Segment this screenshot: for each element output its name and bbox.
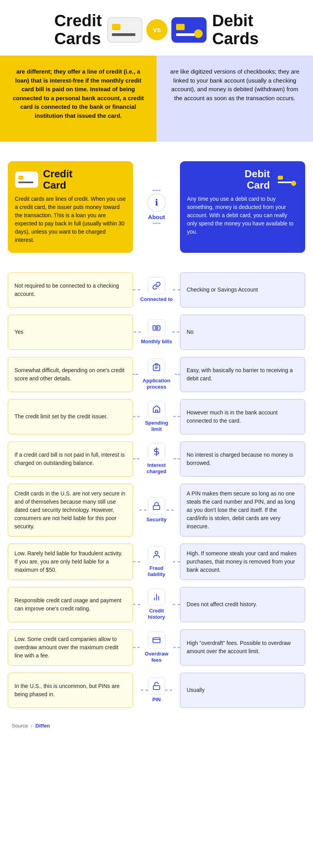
compare-left-8: Low. Some credit card companies allow to… bbox=[8, 629, 133, 666]
debit-cards-title: DebitCards bbox=[212, 12, 259, 48]
compare-center-row: Security bbox=[139, 497, 173, 523]
intro-debit-text: are like digitized versions of checkbook… bbox=[168, 67, 301, 103]
compare-left-text-5: Credit cards in the U.S. are not very se… bbox=[14, 490, 126, 531]
compare-left-text-1: Yes bbox=[14, 328, 23, 336]
compare-icon-8 bbox=[148, 632, 165, 649]
compare-right-text-2: Easy, with basically no barrier to recei… bbox=[187, 366, 299, 383]
compare-left-9: In the U.S., this is uncommon, but PINs … bbox=[8, 673, 133, 708]
dashed-right-4 bbox=[174, 458, 180, 459]
compare-icon-0 bbox=[148, 277, 165, 294]
intro-credit-text: are different; they offer a line of cred… bbox=[12, 67, 145, 120]
compare-center-4: Interest charged bbox=[133, 441, 180, 477]
dashed-left-2 bbox=[133, 374, 138, 375]
compare-center-row: PIN bbox=[141, 677, 172, 703]
compare-left-4: If a credit card bill is not paid in ful… bbox=[8, 441, 133, 477]
compare-left-text-4: If a credit card bill is not paid in ful… bbox=[14, 451, 126, 467]
compare-left-2: Somewhat difficult, depending on one's c… bbox=[8, 357, 133, 392]
compare-left-3: The credit limit set by the credit issue… bbox=[8, 399, 133, 434]
svg-point-1 bbox=[155, 327, 158, 330]
svg-rect-13 bbox=[153, 638, 160, 643]
compare-icon-2 bbox=[148, 358, 165, 376]
compare-right-8: High "overdraft" fees. Possible to overd… bbox=[180, 629, 305, 666]
compare-right-text-0: Checking or Savings Account bbox=[187, 286, 258, 294]
about-debit-text: Any time you use a debit card to buy som… bbox=[187, 195, 298, 236]
dashed-left-3 bbox=[133, 416, 140, 417]
compare-icon-3 bbox=[148, 401, 165, 418]
compare-left-text-9: In the U.S., this is uncommon, but PINs … bbox=[14, 682, 126, 699]
compare-row: Not required to be connected to a checki… bbox=[8, 272, 305, 308]
dashed-left-4 bbox=[133, 458, 139, 459]
small-debit-circle-icon bbox=[291, 181, 296, 186]
compare-center-3: Spending limit bbox=[133, 399, 180, 434]
compare-row: Low. Some credit card companies allow to… bbox=[8, 629, 305, 666]
debit-card-circle-icon bbox=[194, 29, 203, 38]
dashed-left-7 bbox=[133, 604, 140, 605]
dashed-left-0 bbox=[133, 289, 140, 290]
compare-right-text-6: High. If someone steals your card and ma… bbox=[187, 549, 299, 574]
about-debit-header: DebitCard bbox=[187, 168, 298, 191]
compare-icon-4 bbox=[148, 443, 165, 460]
compare-center-9: PIN bbox=[133, 673, 180, 708]
compare-icon-5 bbox=[148, 497, 165, 515]
compare-left-1: Yes bbox=[8, 315, 133, 350]
dashed-right-0 bbox=[173, 289, 180, 290]
compare-center-2: Application process bbox=[133, 357, 180, 392]
svg-rect-3 bbox=[153, 365, 160, 371]
compare-left-text-0: Not required to be connected to a checki… bbox=[14, 282, 126, 298]
dashed-right-6 bbox=[173, 561, 180, 562]
compare-right-text-9: Usually bbox=[187, 686, 205, 694]
compare-right-text-8: High "overdraft" fees. Possible to overd… bbox=[187, 639, 299, 656]
compare-center-row: Credit history bbox=[133, 589, 180, 620]
compare-center-row: Fraud liability bbox=[133, 546, 180, 577]
vs-badge: vs bbox=[146, 19, 167, 40]
intro-credit: are different; they offer a line of cred… bbox=[0, 56, 156, 142]
footer-divider: | bbox=[31, 723, 32, 729]
compare-center-row: Monthly bills bbox=[134, 319, 179, 345]
credit-cards-title: CreditCards bbox=[54, 12, 102, 48]
compare-right-2: Easy, with basically no barrier to recei… bbox=[180, 357, 305, 392]
compare-right-0: Checking or Savings Account bbox=[180, 272, 305, 308]
compare-center-content-8: Overdraw fees bbox=[140, 632, 173, 663]
intro-debit: are like digitized versions of checkbook… bbox=[156, 56, 313, 142]
compare-left-text-2: Somewhat difficult, depending on one's c… bbox=[14, 366, 126, 383]
footer-link: Diffen bbox=[36, 723, 50, 729]
compare-center-row: Spending limit bbox=[133, 401, 180, 432]
compare-icon-9 bbox=[148, 677, 165, 695]
compare-left-7: Responsible credit card usage and paymen… bbox=[8, 587, 133, 622]
page-header: CreditCards vs DebitCards bbox=[0, 0, 313, 56]
compare-label-9: PIN bbox=[152, 697, 161, 703]
compare-center-content-7: Credit history bbox=[140, 589, 173, 620]
about-label: About bbox=[148, 214, 165, 220]
compare-center-0: Connected to bbox=[133, 272, 180, 308]
compare-center-8: Overdraw fees bbox=[133, 629, 180, 666]
compare-label-4: Interest charged bbox=[139, 462, 174, 474]
compare-left-text-3: The credit limit set by the credit issue… bbox=[14, 412, 108, 421]
about-debit-box: DebitCard Any time you use a debit card … bbox=[180, 161, 305, 252]
compare-right-7: Does not affect credit history. bbox=[180, 587, 305, 622]
svg-rect-6 bbox=[155, 410, 158, 412]
svg-rect-8 bbox=[153, 506, 160, 510]
small-chip-icon bbox=[18, 176, 23, 180]
compare-left-0: Not required to be connected to a checki… bbox=[8, 272, 133, 308]
about-debit-title: DebitCard bbox=[245, 168, 270, 191]
compare-label-6: Fraud liability bbox=[140, 565, 173, 577]
compare-row: Low. Rarely held liable for fraudulent a… bbox=[8, 544, 305, 580]
compare-left-text-6: Low. Rarely held liable for fraudulent a… bbox=[14, 549, 126, 574]
compare-row: If a credit card bill is not paid in ful… bbox=[8, 441, 305, 477]
compare-right-9: Usually bbox=[180, 673, 305, 708]
compare-right-text-5: A PIN makes them secure so long as no on… bbox=[187, 490, 299, 531]
compare-center-5: Security bbox=[133, 484, 180, 537]
compare-left-6: Low. Rarely held liable for fraudulent a… bbox=[8, 544, 133, 580]
dashed-right-7 bbox=[173, 604, 180, 605]
compare-center-content-4: Interest charged bbox=[139, 443, 174, 474]
compare-label-3: Spending limit bbox=[140, 420, 173, 432]
compare-label-7: Credit history bbox=[140, 608, 173, 620]
small-stripe-icon bbox=[18, 182, 33, 183]
header-left: CreditCards bbox=[54, 12, 142, 48]
compare-center-content-9: PIN bbox=[148, 677, 165, 703]
about-section: CreditCard Credit cards are lines of cre… bbox=[8, 161, 305, 252]
section-gap-2 bbox=[0, 253, 313, 272]
compare-right-text-1: No bbox=[187, 328, 194, 336]
compare-center-content-3: Spending limit bbox=[140, 401, 173, 432]
about-credit-title: CreditCard bbox=[43, 168, 72, 191]
